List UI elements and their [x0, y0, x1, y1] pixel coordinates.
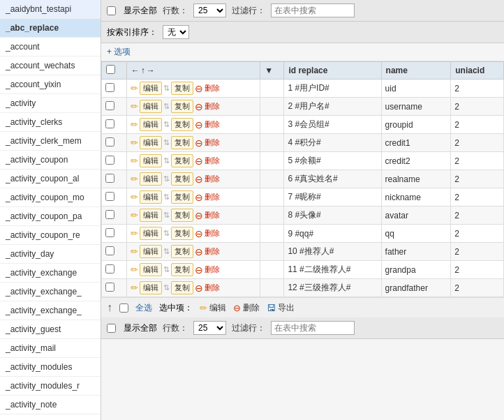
- export-button[interactable]: 🖫 导出: [267, 302, 295, 314]
- row-delete-label[interactable]: 删除: [205, 246, 220, 257]
- sidebar-item-15[interactable]: _activity_exchange_: [0, 283, 101, 301]
- sidebar-item-17[interactable]: _activity_guest: [0, 320, 101, 339]
- row-edit-button[interactable]: 编辑: [140, 100, 162, 113]
- sidebar-item-5[interactable]: _activity: [0, 94, 101, 113]
- row-edit-icon[interactable]: ✏: [131, 137, 138, 148]
- row-copy-button[interactable]: 复制: [171, 100, 193, 113]
- scroll-up-icon[interactable]: ↑: [107, 301, 112, 314]
- sidebar-item-0[interactable]: _aaidybnt_testapi: [0, 0, 101, 19]
- row-delete-label[interactable]: 删除: [205, 137, 220, 148]
- left-arrow-icon[interactable]: ←: [131, 66, 140, 75]
- row-sort-icon[interactable]: ⇅: [163, 283, 170, 292]
- row-sort-icon[interactable]: ⇅: [163, 174, 170, 183]
- sidebar-item-11[interactable]: _activity_coupon_pa: [0, 207, 101, 226]
- row-checkbox[interactable]: [105, 156, 114, 165]
- row-edit-icon[interactable]: ✏: [131, 101, 138, 112]
- row-edit-icon[interactable]: ✏: [131, 156, 138, 166]
- row-delete-label[interactable]: 删除: [205, 83, 220, 93]
- filter-input-bottom[interactable]: [271, 321, 355, 335]
- sidebar-item-6[interactable]: _activity_clerks: [0, 113, 101, 132]
- row-checkbox[interactable]: [105, 210, 114, 219]
- sidebar-item-19[interactable]: _activity_modules: [0, 358, 101, 377]
- options-link[interactable]: + 选项: [107, 47, 131, 57]
- row-copy-button[interactable]: 复制: [171, 281, 193, 294]
- row-checkbox[interactable]: [105, 246, 114, 255]
- row-edit-button[interactable]: 编辑: [140, 118, 162, 131]
- row-checkbox[interactable]: [105, 101, 114, 110]
- row-delete-icon[interactable]: ⊖: [195, 228, 203, 239]
- row-edit-icon[interactable]: ✏: [131, 283, 138, 293]
- row-checkbox[interactable]: [105, 192, 114, 201]
- edit-selected-button[interactable]: ✏ 编辑: [200, 302, 226, 314]
- row-delete-icon[interactable]: ⊖: [195, 137, 203, 149]
- row-edit-button[interactable]: 编辑: [140, 263, 162, 276]
- header-sort-col[interactable]: ▼: [260, 62, 284, 80]
- row-delete-label[interactable]: 删除: [205, 119, 220, 130]
- row-delete-label[interactable]: 删除: [205, 228, 220, 239]
- sidebar-item-7[interactable]: _activity_clerk_mem: [0, 132, 101, 151]
- row-edit-icon[interactable]: ✏: [131, 83, 138, 93]
- row-edit-icon[interactable]: ✏: [131, 119, 138, 130]
- row-edit-button[interactable]: 编辑: [140, 82, 162, 95]
- sidebar-item-2[interactable]: _account: [0, 38, 101, 57]
- row-sort-icon[interactable]: ⇅: [163, 211, 170, 220]
- sidebar-item-8[interactable]: _activity_coupon: [0, 151, 101, 170]
- sidebar-item-10[interactable]: _activity_coupon_mo: [0, 188, 101, 207]
- row-copy-button[interactable]: 复制: [171, 118, 193, 131]
- row-delete-icon[interactable]: ⊖: [195, 174, 203, 185]
- row-sort-icon[interactable]: ⇅: [163, 265, 170, 274]
- row-edit-icon[interactable]: ✏: [131, 246, 138, 257]
- row-edit-icon[interactable]: ✏: [131, 264, 138, 275]
- sort-select[interactable]: 无: [163, 25, 189, 39]
- select-all-bottom-label[interactable]: 全选: [135, 302, 152, 314]
- row-delete-icon[interactable]: ⊖: [195, 264, 203, 276]
- row-edit-button[interactable]: 编辑: [140, 172, 162, 186]
- row-checkbox[interactable]: [105, 264, 114, 273]
- row-sort-icon[interactable]: ⇅: [163, 156, 170, 165]
- row-sort-icon[interactable]: ⇅: [163, 120, 170, 129]
- select-all-bottom-checkbox[interactable]: [119, 303, 128, 313]
- row-checkbox[interactable]: [105, 228, 114, 237]
- sidebar-item-13[interactable]: _activity_day: [0, 245, 101, 264]
- sidebar-item-4[interactable]: _account_yixin: [0, 75, 101, 94]
- row-edit-button[interactable]: 编辑: [140, 154, 162, 167]
- sidebar-item-18[interactable]: _activity_mail: [0, 339, 101, 358]
- row-edit-icon[interactable]: ✏: [131, 174, 138, 184]
- sidebar-item-12[interactable]: _activity_coupon_re: [0, 226, 101, 245]
- sidebar-item-20[interactable]: _activity_modules_r: [0, 377, 101, 396]
- row-delete-icon[interactable]: ⊖: [195, 101, 203, 112]
- rows-select-bottom[interactable]: 25 50 100: [193, 321, 226, 335]
- row-edit-button[interactable]: 编辑: [140, 136, 162, 149]
- row-delete-icon[interactable]: ⊖: [195, 283, 203, 294]
- row-edit-icon[interactable]: ✏: [131, 192, 138, 202]
- row-sort-icon[interactable]: ⇅: [163, 193, 170, 202]
- row-delete-icon[interactable]: ⊖: [195, 192, 203, 203]
- show-all-checkbox-bottom[interactable]: [107, 324, 116, 333]
- sidebar-item-14[interactable]: _activity_exchange: [0, 264, 101, 283]
- row-edit-button[interactable]: 编辑: [140, 190, 162, 204]
- row-edit-button[interactable]: 编辑: [140, 209, 162, 222]
- row-edit-icon[interactable]: ✏: [131, 210, 138, 220]
- header-id[interactable]: id replace: [284, 62, 381, 80]
- row-edit-button[interactable]: 编辑: [140, 227, 162, 240]
- sidebar-item-16[interactable]: _activity_exchange_: [0, 301, 101, 320]
- row-delete-label[interactable]: 删除: [205, 101, 220, 112]
- row-checkbox[interactable]: [105, 283, 114, 292]
- row-delete-label[interactable]: 删除: [205, 192, 220, 202]
- row-copy-button[interactable]: 复制: [171, 190, 193, 204]
- row-copy-button[interactable]: 复制: [171, 263, 193, 276]
- sidebar-item-21[interactable]: _activity_note: [0, 396, 101, 414]
- sidebar-item-3[interactable]: _account_wechats: [0, 57, 101, 75]
- delete-selected-button[interactable]: ⊖ 删除: [233, 302, 260, 314]
- row-edit-icon[interactable]: ✏: [131, 228, 138, 239]
- header-uniacid[interactable]: uniacid: [451, 62, 504, 80]
- row-sort-icon[interactable]: ⇅: [163, 229, 170, 238]
- row-checkbox[interactable]: [105, 137, 114, 147]
- row-sort-icon[interactable]: ⇅: [163, 84, 170, 93]
- filter-input-top[interactable]: [271, 3, 355, 17]
- row-delete-icon[interactable]: ⊖: [195, 156, 203, 167]
- row-copy-button[interactable]: 复制: [171, 209, 193, 222]
- select-all-header[interactable]: [106, 65, 115, 74]
- row-sort-icon[interactable]: ⇅: [163, 102, 170, 111]
- up-arrow-icon[interactable]: ↑: [141, 66, 145, 75]
